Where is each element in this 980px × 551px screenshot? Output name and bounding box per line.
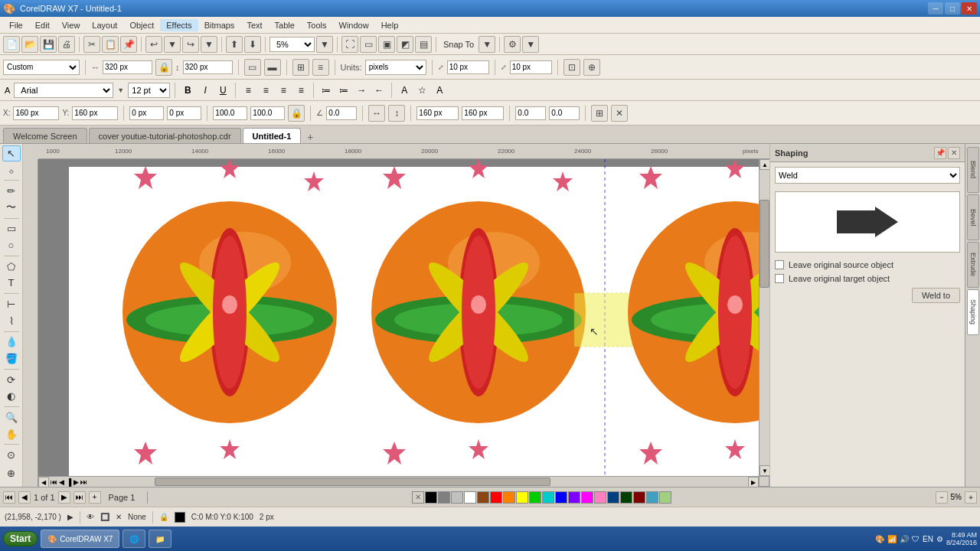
options-button[interactable]: ⚙ [504,36,521,53]
page-size-select[interactable]: CustomLetterA4 [3,60,80,75]
italic-button[interactable]: I [198,83,213,98]
view-button4[interactable]: ▤ [415,36,432,53]
color-swatch-red[interactable] [490,491,502,504]
menu-bitmaps[interactable]: Bitmaps [198,19,241,31]
obj-x-input[interactable] [416,106,459,120]
nav-add-page-btn[interactable]: + [89,491,101,504]
bold-button[interactable]: B [180,83,195,98]
font-select[interactable]: ArialTimes New RomanVerdana [14,83,113,98]
color-swatch-green[interactable] [529,491,541,504]
color-swatch-white[interactable] [464,491,476,504]
nudge2-value-input[interactable] [510,60,552,74]
fullscreen-button[interactable]: ⛶ [341,36,358,53]
nav-first-btn[interactable]: ⏮ [3,491,15,504]
scroll-right-btn[interactable]: ▶ [748,477,759,487]
tab-cover[interactable]: cover youtue-tutorial-photoshop.cdr [89,128,241,143]
canvas[interactable]: ↖ [38,159,769,487]
minimize-button[interactable]: ─ [928,2,943,15]
flip-h-btn[interactable]: ↔ [368,105,385,122]
color-swatch-magenta[interactable] [581,491,593,504]
menu-edit[interactable]: Edit [29,19,56,31]
redo-button[interactable]: ↪ [182,36,199,53]
taskbar-coreldraw[interactable]: 🎨 CorelDRAW X7 [41,530,119,548]
color-swatch-teal[interactable] [646,491,658,504]
landscape-btn[interactable]: ▬ [264,59,281,76]
underline-button[interactable]: U [215,83,230,98]
node-tool[interactable]: ⬦ [2,162,21,178]
print-button[interactable]: 🖨 [58,36,75,53]
lock-scale-btn[interactable]: 🔒 [288,105,305,122]
paste-button[interactable]: 📌 [120,36,137,53]
taskbar-explorer[interactable]: 📁 [149,530,172,548]
scroll-v-thumb[interactable] [760,200,769,289]
interactive-blend-tool[interactable]: ⟳ [2,372,21,388]
shaping-mode-select[interactable]: Weld Trim Intersect Simplify Front Minus… [775,167,960,184]
char-format-btn[interactable]: A [397,83,412,98]
nav-prev-btn[interactable]: ◀ [18,491,31,504]
font-size-select[interactable]: 12 pt8 pt10 pt14 pt18 pt24 pt [128,83,170,98]
page-height-input[interactable] [183,60,233,74]
page-layout-btn[interactable]: ≡ [312,59,329,76]
flip-v-btn[interactable]: ↕ [388,105,405,122]
menu-table[interactable]: Table [269,19,301,31]
weld-to-button[interactable]: Weld to [912,288,960,303]
dimension-tool[interactable]: ⊢ [2,296,21,312]
zoom-select[interactable]: 5%10%25%50%100% [270,37,315,52]
undo-button[interactable]: ↩ [145,36,162,53]
menu-help[interactable]: Help [375,19,405,31]
zoom-out-status-btn[interactable]: － [936,491,948,504]
cut-button[interactable]: ✂ [83,36,100,53]
color-swatch-brown[interactable] [477,491,489,504]
color-swatch-cyan[interactable] [542,491,554,504]
menu-text[interactable]: Text [240,19,268,31]
hand-tool[interactable]: ✋ [2,426,21,442]
star-btn[interactable]: ☆ [414,83,430,98]
color-swatch-blue[interactable] [555,491,567,504]
color-swatch-yellow[interactable] [516,491,528,504]
tab-add-button[interactable]: + [302,131,318,143]
color-swatch-gray[interactable] [438,491,450,504]
snap-toggle[interactable]: ⊕ [2,464,21,485]
dy-input[interactable] [167,106,201,120]
play-icon[interactable]: ▶ [67,513,74,521]
color-swatch-orange[interactable] [503,491,515,504]
select-tool[interactable]: ↖ [2,145,21,161]
scroll-h-thumb[interactable] [155,478,550,486]
close-button[interactable]: ✕ [962,2,977,15]
side-tab-shaping[interactable]: Shaping [967,289,979,335]
outdent-btn[interactable]: ← [371,83,387,98]
skew-h-input[interactable] [515,106,546,120]
smear-tool[interactable]: ⊙ [2,447,21,463]
import-button[interactable]: ⬆ [226,36,243,53]
scroll-h-track[interactable] [89,477,748,487]
freehand-tool[interactable]: ✏ [2,183,21,199]
drawing-scale-btn[interactable]: ⊡ [564,59,580,76]
horizontal-scrollbar[interactable]: ◀ ⏮ ◀ ▐ ▶ ⏭ ▶ [38,476,759,487]
skew-v-input[interactable] [549,106,580,120]
obj-y-input[interactable] [462,106,504,120]
artistic-tool[interactable]: 〜 [2,200,21,216]
scroll-left-btn[interactable]: ◀ [38,477,49,487]
align-right-btn[interactable]: ≡ [276,83,291,98]
tab-untitled[interactable]: Untitled-1 [243,128,302,143]
units-select[interactable]: pixelsinchesmm [365,60,426,75]
clear-transform-btn[interactable]: ✕ [611,105,628,122]
menu-layout[interactable]: Layout [86,19,123,31]
view-button2[interactable]: ▣ [378,36,395,53]
bullet-btn[interactable]: ≔ [318,83,334,98]
text-tool[interactable]: T [2,276,21,292]
menu-file[interactable]: File [3,19,29,31]
menu-view[interactable]: View [56,19,87,31]
portrait-btn[interactable]: ▭ [244,59,261,76]
nav-next-btn[interactable]: ▶ [58,491,70,504]
add-page-btn[interactable]: ⊕ [583,59,600,76]
save-button[interactable]: 💾 [40,36,57,53]
color-swatch-pink[interactable] [594,491,606,504]
options-dropdown[interactable]: ▼ [522,36,539,53]
scroll-page-start[interactable]: ⏮ [51,478,57,486]
title-controls[interactable]: ─ □ ✕ [928,2,977,15]
zoom-in-status-btn[interactable]: ＋ [965,491,977,504]
color-swatch-silver[interactable] [451,491,463,504]
caps-btn[interactable]: A [432,83,447,98]
no-color-swatch[interactable]: ✕ [412,491,424,504]
